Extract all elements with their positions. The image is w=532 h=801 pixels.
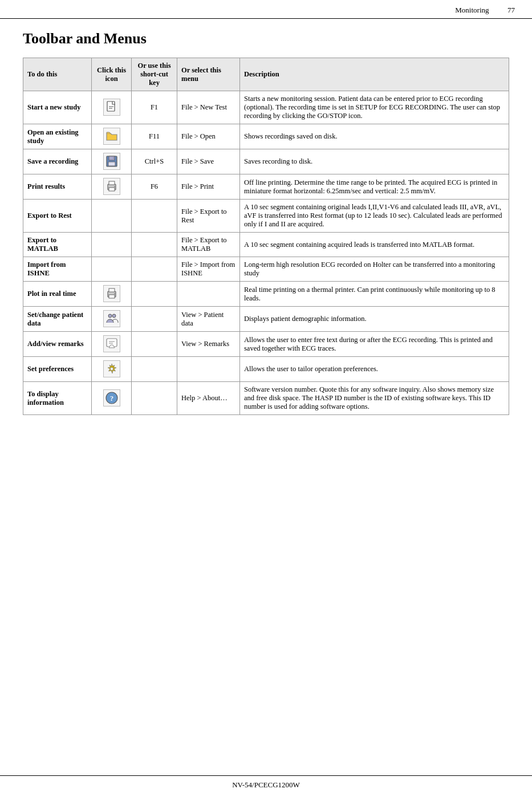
svg-rect-5 [108,162,115,166]
header-text: Monitoring 77 [455,6,515,15]
page-header: Monitoring 77 [0,0,532,19]
cell-menu [177,357,240,382]
info-icon: ? [103,389,120,406]
cell-desc: A 10 sec segment containing original lea… [240,200,509,233]
cell-shortcut: Ctrl+S [132,149,177,174]
table-header-row: To do this Click this icon Or use this s… [23,58,509,91]
cell-todo: Plot in real time [23,282,92,307]
cell-menu: File > Save [177,149,240,174]
page-number: 77 [507,6,515,14]
table-row: Set/change patient data View > Patient d… [23,307,509,332]
patient-icon [103,310,120,327]
remarks-icon [103,335,120,352]
cell-desc: Shows recordings saved on disk. [240,124,509,149]
cell-desc: Allows the user to enter free text durin… [240,332,509,357]
cell-menu [177,282,240,307]
cell-icon [92,91,132,124]
cell-shortcut [132,382,177,415]
col-header-desc: Description [240,58,509,91]
cell-todo: Export to Rest [23,200,92,233]
cell-todo: Set/change patient data [23,307,92,332]
table-row: To display information ? Help > About…So… [23,382,509,415]
cell-icon [92,233,132,257]
cell-icon [92,257,132,282]
cell-shortcut: F1 [132,91,177,124]
cell-icon [92,174,132,200]
svg-rect-13 [109,295,115,298]
svg-text:?: ? [109,394,113,402]
cell-menu: File > Import from ISHNE [177,257,240,282]
col-header-menu: Or select this menu [177,58,240,91]
cell-todo: Open an existing study [23,124,92,149]
cell-desc: Starts a new monitoring session. Patient… [240,91,509,124]
svg-rect-8 [109,181,115,185]
cell-icon [92,200,132,233]
table-row: Save a recording Ctrl+SFile > SaveSaves … [23,149,509,174]
print-icon [103,178,120,195]
table-row: Print results F6File > PrintOff line pri… [23,174,509,200]
cell-shortcut [132,200,177,233]
svg-point-15 [108,314,112,318]
cell-icon [92,124,132,149]
cell-desc: Displays patient demographic information… [240,307,509,332]
table-row: Import from ISHNEFile > Import from ISHN… [23,257,509,282]
cell-shortcut [132,332,177,357]
cell-shortcut [132,282,177,307]
page-title: Toolbar and Menus [23,30,509,47]
cell-todo: Import from ISHNE [23,257,92,282]
cell-shortcut: F6 [132,174,177,200]
cell-desc: Real time printing on a thermal printer.… [240,282,509,307]
plot-icon [103,285,120,302]
cell-menu: File > New Test [177,91,240,124]
cell-shortcut [132,257,177,282]
cell-todo: Add/view remarks [23,332,92,357]
table-row: Set preferences Allows the user to tailo… [23,357,509,382]
cell-menu: File > Open [177,124,240,149]
col-header-click: Click this icon [92,58,132,91]
table-row: Start a new study F1File > New TestStart… [23,91,509,124]
table-row: Plot in real time Real time printing on … [23,282,509,307]
page-content: Toolbar and Menus To do this Click this … [0,25,532,432]
svg-rect-6 [113,157,114,159]
cell-icon [92,149,132,174]
svg-rect-9 [109,188,115,191]
cell-icon [92,307,132,332]
page-footer: NV-54/PCECG1200W [0,775,532,790]
col-header-todo: To do this [23,58,92,91]
cell-menu: File > Export to Rest [177,200,240,233]
cell-desc: Software version number. Quote this for … [240,382,509,415]
cell-icon [92,357,132,382]
cell-menu: View > Remarks [177,332,240,357]
cell-menu: File > Export to MATLAB [177,233,240,257]
new-test-icon [103,99,120,116]
svg-point-16 [112,314,116,318]
cell-todo: Start a new study [23,91,92,124]
cell-icon [92,282,132,307]
table-row: Open an existing study F11File > OpenSho… [23,124,509,149]
cell-desc: Long-term high resolution ECG recorded o… [240,257,509,282]
cell-shortcut [132,357,177,382]
cell-menu: View > Patient data [177,307,240,332]
cell-desc: Allows the user to tailor operation pref… [240,357,509,382]
svg-point-20 [110,368,113,371]
col-header-shortcut: Or use this short-cut key [132,58,177,91]
table-row: Add/view remarks View > RemarksAllows th… [23,332,509,357]
cell-menu: File > Print [177,174,240,200]
cell-todo: Print results [23,174,92,200]
table-row: Export to RestFile > Export to RestA 10 … [23,200,509,233]
cell-desc: Saves recording to disk. [240,149,509,174]
table-row: Export to MATLABFile > Export to MATLABA… [23,233,509,257]
svg-rect-12 [109,288,115,292]
prefs-icon [103,360,120,377]
save-icon [103,153,120,170]
cell-todo: To display information [23,382,92,415]
cell-desc: A 10 sec segment containing acquired lea… [240,233,509,257]
cell-desc: Off line printing. Determine the time ra… [240,174,509,200]
cell-shortcut [132,233,177,257]
open-icon [103,128,120,145]
svg-point-14 [114,293,115,294]
cell-shortcut [132,307,177,332]
cell-todo: Set preferences [23,357,92,382]
cell-todo: Export to MATLAB [23,233,92,257]
cell-icon [92,332,132,357]
